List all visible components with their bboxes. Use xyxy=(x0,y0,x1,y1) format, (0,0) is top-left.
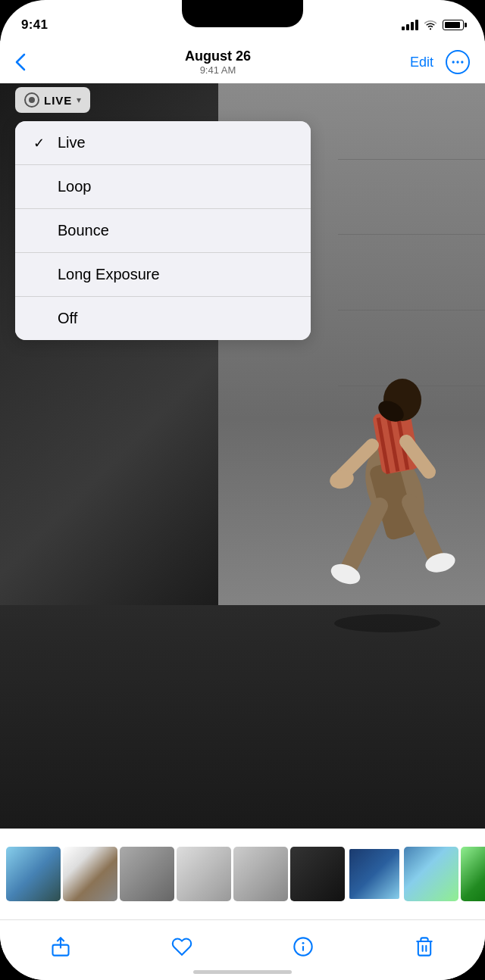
signal-icon xyxy=(402,20,418,30)
info-button[interactable] xyxy=(286,930,320,963)
checkmark-icon: ✓ xyxy=(33,135,48,151)
home-indicator xyxy=(193,970,292,974)
nav-subtitle: 9:41 AM xyxy=(185,64,251,76)
info-icon xyxy=(293,936,314,957)
thumbnail-strip xyxy=(0,829,485,919)
share-button[interactable] xyxy=(44,930,77,963)
loop-option-label: Loop xyxy=(58,178,92,195)
share-icon xyxy=(50,936,71,957)
thumbnail-5[interactable] xyxy=(233,847,288,901)
person-figure xyxy=(304,354,471,642)
svg-point-0 xyxy=(452,61,454,63)
delete-button[interactable] xyxy=(408,930,441,963)
svg-point-1 xyxy=(456,61,458,63)
live-label: LIVE xyxy=(44,94,72,107)
like-button[interactable] xyxy=(165,930,199,963)
dropdown-item-off[interactable]: Off xyxy=(15,297,311,340)
live-chevron-icon: ▾ xyxy=(77,95,81,105)
status-icons xyxy=(402,20,464,30)
no-checkmark xyxy=(33,179,48,195)
thumbnail-8[interactable] xyxy=(404,847,458,901)
nav-actions: Edit xyxy=(410,50,470,74)
long-exposure-option-label: Long Exposure xyxy=(58,266,160,283)
nav-title: August 26 xyxy=(185,48,251,64)
thumbnail-scroll[interactable] xyxy=(0,847,485,901)
svg-line-14 xyxy=(349,506,380,566)
svg-point-18 xyxy=(334,614,440,632)
thumbnail-1[interactable] xyxy=(6,847,61,901)
nav-bar: August 26 9:41 AM Edit xyxy=(0,41,485,83)
live-option-label: Live xyxy=(58,134,86,151)
dropdown-item-long-exposure[interactable]: Long Exposure xyxy=(15,253,311,297)
status-time: 9:41 xyxy=(21,17,48,33)
dropdown-item-bounce[interactable]: Bounce xyxy=(15,209,311,253)
edit-button[interactable]: Edit xyxy=(410,55,433,70)
heart-icon xyxy=(171,936,192,957)
thumbnail-3[interactable] xyxy=(120,847,174,901)
notch xyxy=(182,0,303,27)
svg-point-2 xyxy=(461,61,463,63)
battery-icon xyxy=(443,20,464,30)
no-checkmark-4 xyxy=(33,311,48,326)
off-option-label: Off xyxy=(58,310,77,327)
dropdown-item-loop[interactable]: Loop xyxy=(15,165,311,209)
live-photo-button-area: LIVE ▾ xyxy=(15,87,90,113)
no-checkmark-2 xyxy=(33,223,48,239)
wifi-icon xyxy=(424,20,437,30)
more-button[interactable] xyxy=(446,50,470,74)
thumbnail-9[interactable] xyxy=(461,847,485,901)
no-checkmark-3 xyxy=(33,267,48,282)
bounce-option-label: Bounce xyxy=(58,222,109,239)
thumbnail-4[interactable] xyxy=(177,847,231,901)
live-photo-button[interactable]: LIVE ▾ xyxy=(15,87,90,113)
thumbnail-7-selected[interactable] xyxy=(347,847,402,901)
trash-icon xyxy=(414,936,435,957)
dropdown-item-live[interactable]: ✓ Live xyxy=(15,121,311,165)
back-button[interactable] xyxy=(15,53,26,71)
live-photo-icon xyxy=(24,92,39,108)
thumbnail-6[interactable] xyxy=(290,847,345,901)
live-dropdown-menu: ✓ Live Loop Bounce Long Exposure Off xyxy=(15,121,311,340)
nav-title-block: August 26 9:41 AM xyxy=(185,48,251,76)
thumbnail-2[interactable] xyxy=(63,847,117,901)
